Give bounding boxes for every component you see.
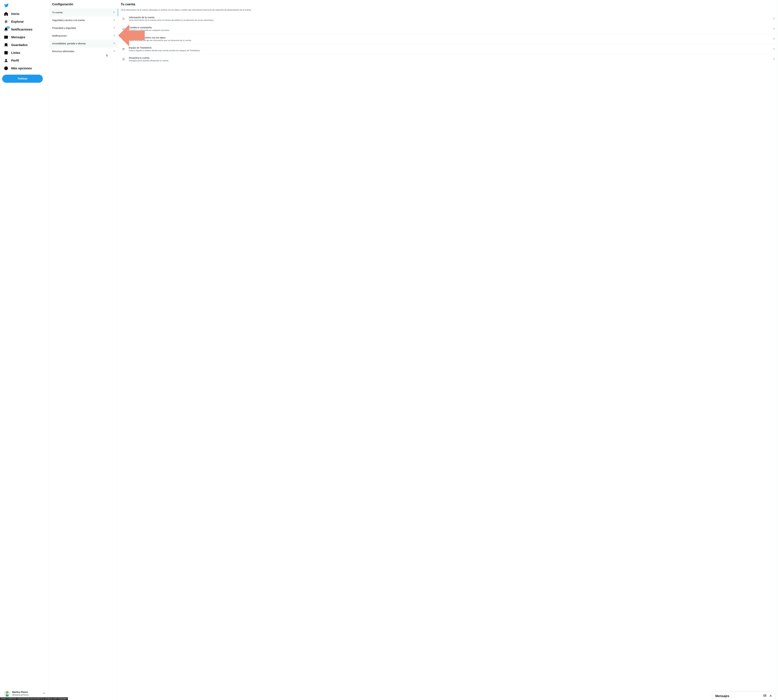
account-chip[interactable]: Martica Flores @MarticaFlores <box>2 688 47 698</box>
detail-item-tweetdeck[interactable]: Equipo de TweetDeck Invita a alguien a t… <box>118 44 778 54</box>
settings-item-label: Privacidad y seguridad <box>52 27 76 29</box>
detail-item-title: Desactiva tu cuenta <box>129 57 770 59</box>
home-icon <box>4 12 8 16</box>
settings-item-label: Recursos adicionales <box>52 50 74 53</box>
twitter-bird-icon <box>4 3 9 8</box>
nav-label: Notificaciones <box>11 28 33 31</box>
nav-bookmarks[interactable]: Guardados <box>2 41 47 49</box>
expand-drawer-icon[interactable] <box>769 694 772 698</box>
svg-point-17 <box>6 692 8 694</box>
settings-item-accessibility[interactable]: Accesibilidad, pantalla e idiomas <box>50 40 118 47</box>
detail-item-password[interactable]: Cambia tu contraseña Cambia tu contraseñ… <box>118 24 778 34</box>
nav-label: Guardados <box>11 43 28 47</box>
team-icon <box>121 48 126 51</box>
heartbreak-icon <box>121 58 126 61</box>
settings-list: Tu cuenta Seguridad y acceso a la cuenta… <box>50 8 118 55</box>
messages-drawer[interactable]: Mensajes <box>713 692 775 700</box>
settings-column: Configuración Tu cuenta Seguridad y acce… <box>50 0 118 700</box>
nav-lists[interactable]: Listas <box>2 49 47 57</box>
chevron-right-icon <box>773 47 775 51</box>
detail-item-title: Información de la cuenta <box>129 16 770 19</box>
settings-item-label: Seguridad y acceso a la cuenta <box>52 19 85 22</box>
messages-drawer-title: Mensajes <box>715 694 729 698</box>
detail-item-download[interactable]: Descargar un archivo con tus datos Hazte… <box>118 34 778 44</box>
detail-item-title: Equipo de TweetDeck <box>129 46 770 49</box>
account-text: Martica Flores @MarticaFlores <box>12 691 41 696</box>
chevron-right-icon <box>773 27 775 31</box>
nav-label: Perfil <box>11 59 19 62</box>
svg-point-12 <box>5 68 6 68</box>
bookmark-icon <box>4 43 8 47</box>
settings-item-privacy[interactable]: Privacidad y seguridad <box>50 24 118 32</box>
detail-item-sub: Hazte una idea del tipo de información q… <box>129 39 770 42</box>
account-name: Martica Flores <box>12 691 41 693</box>
svg-point-13 <box>6 68 6 68</box>
nav-notifications[interactable]: 16 Notificaciones <box>2 25 47 33</box>
svg-point-14 <box>7 68 7 68</box>
settings-item-security[interactable]: Seguridad y acceso a la cuenta <box>50 16 118 24</box>
person-icon <box>4 58 8 63</box>
settings-item-label: Accesibilidad, pantalla e idiomas <box>52 42 86 45</box>
hash-icon <box>4 20 8 23</box>
nav-label: Más opciones <box>11 67 32 70</box>
chevron-right-icon <box>773 37 775 41</box>
twitter-logo[interactable] <box>2 2 47 10</box>
statusbar-link: https://twitter.com/settings/accessibili… <box>0 697 68 700</box>
tweet-button[interactable]: Twittear <box>2 75 43 83</box>
detail-item-account-info[interactable]: Información de la cuenta Ve la informaci… <box>118 14 778 24</box>
settings-header: Configuración <box>50 0 118 8</box>
nav-more[interactable]: Más opciones <box>2 64 47 72</box>
detail-header: Tu cuenta <box>118 0 778 8</box>
detail-list: Información de la cuenta Ve la informaci… <box>118 14 778 64</box>
settings-item-resources[interactable]: Recursos adicionales <box>50 47 118 55</box>
nav-profile[interactable]: Perfil <box>2 57 47 64</box>
bell-icon: 16 <box>4 27 8 32</box>
svg-point-26 <box>124 48 125 49</box>
list-icon <box>4 51 8 55</box>
detail-item-sub: Cambia tu contraseña en cualquier moment… <box>129 29 770 32</box>
detail-item-title: Descargar un archivo con tus datos <box>129 36 770 39</box>
chevron-right-icon <box>113 42 115 45</box>
more-dots-icon <box>43 692 45 695</box>
chevron-right-icon <box>773 58 775 61</box>
nav-home[interactable]: Inicio <box>2 10 47 18</box>
mail-icon <box>4 35 8 39</box>
nav-label: Explorar <box>11 20 24 23</box>
svg-point-21 <box>44 693 44 693</box>
nav-messages[interactable]: Mensajes <box>2 33 47 41</box>
svg-point-19 <box>7 693 8 693</box>
settings-item-label: Tu cuenta <box>52 11 62 14</box>
nav-label: Mensajes <box>11 35 25 39</box>
detail-item-sub: Ve la información de tu cuenta como el n… <box>129 19 770 22</box>
settings-item-account[interactable]: Tu cuenta <box>50 8 118 16</box>
detail-item-sub: Invita a alguien a twittear desde esta c… <box>129 49 770 52</box>
svg-point-0 <box>6 13 6 14</box>
detail-description: Ve la información de la cuenta, descarga… <box>118 8 778 14</box>
nav-explore[interactable]: Explorar <box>2 18 47 25</box>
nav-label: Inicio <box>11 12 19 16</box>
primary-nav: Inicio Explorar 16 Notificaciones Men <box>2 10 47 349</box>
key-icon <box>121 27 126 30</box>
svg-point-18 <box>7 693 7 693</box>
svg-point-20 <box>43 693 43 693</box>
person-icon <box>121 17 126 20</box>
settings-item-notifications[interactable]: Notificaciones <box>50 32 118 40</box>
svg-point-10 <box>5 59 7 60</box>
settings-item-label: Notificaciones <box>52 34 67 37</box>
svg-line-3 <box>5 20 6 23</box>
notification-badge: 16 <box>6 27 10 28</box>
nav-label: Listas <box>11 51 20 55</box>
svg-point-25 <box>123 48 124 49</box>
chevron-right-icon <box>773 17 775 20</box>
detail-column: Tu cuenta Ve la información de la cuenta… <box>118 0 778 700</box>
chevron-right-icon <box>113 50 115 53</box>
left-sidebar: Inicio Explorar 16 Notificaciones Men <box>0 0 50 700</box>
svg-point-22 <box>45 693 45 693</box>
compose-message-icon[interactable] <box>763 694 766 698</box>
chevron-right-icon <box>113 26 115 30</box>
detail-item-title: Cambia tu contraseña <box>129 26 770 29</box>
avatar <box>4 690 10 697</box>
chevron-right-icon <box>113 34 115 37</box>
download-icon <box>121 37 126 41</box>
detail-item-deactivate[interactable]: Desactiva tu cuenta Averigua cómo puedes… <box>118 54 778 64</box>
